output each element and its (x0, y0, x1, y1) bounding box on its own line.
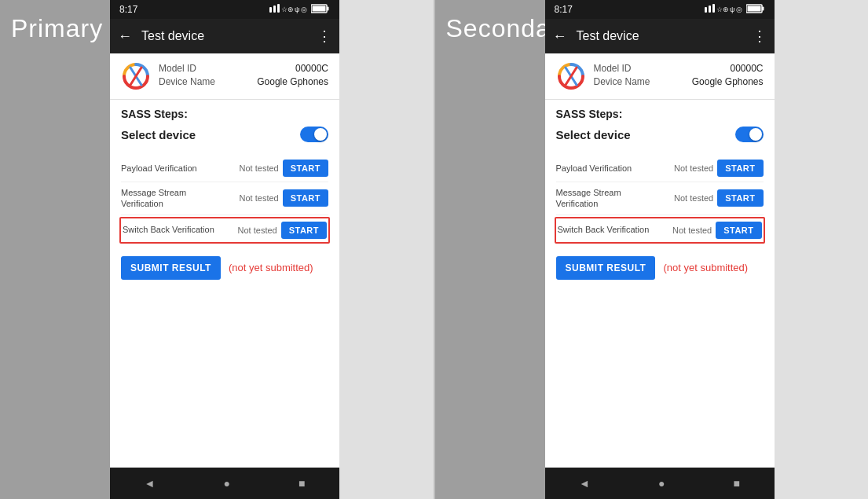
primary-device-logo (121, 61, 151, 91)
primary-select-device-row: Select device (121, 127, 328, 142)
secondary-screen-content: Model ID 00000C Device Name Google Gphon… (545, 53, 775, 468)
secondary-test-status-1: Not tested (670, 193, 717, 203)
secondary-select-device-label: Select device (556, 128, 631, 141)
primary-test-status-0: Not tested (236, 163, 283, 173)
primary-screen-content: Model ID 00000C Device Name Google Gphon… (110, 53, 339, 468)
secondary-back-button[interactable]: ← (553, 28, 567, 45)
secondary-start-btn-1[interactable]: START (717, 189, 763, 207)
primary-devicename-value: Google Gphones (257, 76, 328, 87)
primary-sass-title: SASS Steps: (121, 108, 328, 120)
secondary-phone: 8:17 ☆ ⊛ ψ ◎ (545, 0, 775, 499)
primary-toggle[interactable] (300, 127, 328, 142)
secondary-time: 8:17 (555, 4, 573, 15)
secondary-test-name-2: Switch Back Verification (558, 224, 669, 235)
secondary-test-row-1: Message StreamVerification Not tested ST… (556, 182, 764, 215)
svg-rect-2 (277, 4, 280, 13)
svg-text:◎: ◎ (301, 6, 307, 13)
primary-nav-back[interactable]: ◄ (145, 477, 156, 490)
secondary-start-btn-2[interactable]: START (716, 222, 761, 239)
svg-text:⊛: ⊛ (723, 6, 729, 13)
primary-nav-bar: ◄ ● ■ (110, 468, 339, 499)
primary-submit-status: (not yet submitted) (229, 262, 313, 273)
secondary-device-info: Model ID 00000C Device Name Google Gphon… (594, 63, 764, 90)
secondary-test-name-0: Payload Verification (556, 163, 671, 174)
primary-model-label: Model ID (159, 63, 196, 74)
primary-phone: 8:17 ☆ ⊛ ψ ◎ (110, 0, 339, 499)
primary-start-btn-2[interactable]: START (281, 222, 327, 239)
svg-rect-1 (273, 6, 276, 13)
primary-device-info: Model ID 00000C Device Name Google Gphon… (159, 63, 328, 90)
primary-select-device-label: Select device (121, 128, 196, 141)
primary-status-bar: 8:17 ☆ ⊛ ψ ◎ (110, 0, 339, 19)
secondary-model-label: Model ID (594, 63, 632, 74)
secondary-status-icons: ☆ ⊛ ψ ◎ (704, 3, 765, 16)
primary-submit-button[interactable]: SUBMIT RESULT (121, 256, 221, 280)
primary-menu-button[interactable]: ⋮ (317, 28, 331, 45)
primary-model-value: 00000C (295, 63, 328, 74)
primary-start-btn-1[interactable]: START (283, 189, 328, 207)
signal-icons: ☆ ⊛ ψ ◎ (269, 3, 308, 16)
svg-rect-8 (327, 7, 329, 11)
secondary-test-rows: Payload Verification Not tested START Me… (545, 155, 775, 245)
primary-test-row-2: Switch Back Verification Not tested STAR… (119, 217, 330, 244)
secondary-model-row: Model ID 00000C (594, 63, 764, 74)
secondary-submit-status: (not yet submitted) (663, 262, 748, 273)
secondary-menu-button[interactable]: ⋮ (753, 28, 767, 45)
secondary-status-bar: 8:17 ☆ ⊛ ψ ◎ (545, 0, 775, 19)
secondary-nav-bar: ◄ ● ■ (545, 468, 775, 499)
secondary-model-value: 00000C (730, 63, 763, 74)
secondary-nav-home[interactable]: ● (658, 477, 665, 490)
secondary-nav-recent[interactable]: ■ (733, 477, 739, 490)
primary-model-row: Model ID 00000C (159, 63, 328, 74)
secondary-devicename-value: Google Gphones (692, 76, 764, 87)
secondary-nav-back[interactable]: ◄ (579, 477, 590, 490)
secondary-toggle[interactable] (735, 127, 764, 142)
svg-text:☆: ☆ (281, 6, 288, 13)
secondary-screen-title: Test device (577, 29, 753, 43)
battery-icon (311, 4, 330, 15)
primary-test-status-1: Not tested (236, 193, 283, 203)
primary-toggle-knob (314, 128, 327, 141)
primary-start-btn-0[interactable]: START (283, 160, 328, 177)
primary-devicename-label: Device Name (159, 76, 215, 87)
secondary-top-bar: ← Test device ⋮ (545, 19, 775, 53)
secondary-battery-icon (746, 4, 765, 15)
primary-device-card: Model ID 00000C Device Name Google Gphon… (110, 53, 339, 100)
secondary-device-card: Model ID 00000C Device Name Google Gphon… (545, 53, 775, 100)
primary-submit-area: SUBMIT RESULT (not yet submitted) (110, 245, 339, 291)
svg-text:◎: ◎ (736, 6, 742, 13)
primary-screen-title: Test device (141, 29, 317, 43)
secondary-start-btn-0[interactable]: START (717, 160, 763, 177)
primary-test-rows: Payload Verification Not tested START Me… (110, 155, 339, 245)
primary-status-icons: ☆ ⊛ ψ ◎ (269, 3, 330, 16)
svg-text:⊛: ⊛ (288, 6, 294, 13)
primary-test-row-0: Payload Verification Not tested START (121, 155, 328, 182)
primary-nav-recent[interactable]: ■ (298, 477, 305, 490)
secondary-devicename-row: Device Name Google Gphones (594, 76, 764, 87)
svg-text:☆: ☆ (716, 6, 723, 13)
secondary-panel: Secondary 8:17 ☆ ⊛ ψ ◎ (435, 0, 869, 499)
svg-text:ψ: ψ (295, 6, 299, 13)
secondary-device-logo (556, 61, 586, 91)
primary-test-status-2: Not tested (234, 226, 281, 235)
secondary-test-row-2: Switch Back Verification Not tested STAR… (555, 217, 765, 244)
svg-rect-12 (705, 7, 707, 13)
secondary-select-device-row: Select device (556, 127, 764, 142)
primary-top-bar: ← Test device ⋮ (110, 19, 339, 53)
primary-sass-section: SASS Steps: Select device (110, 100, 339, 155)
primary-back-button[interactable]: ← (118, 28, 132, 45)
secondary-label: Secondary (435, 0, 545, 499)
primary-test-name-1: Message StreamVerification (121, 187, 236, 210)
svg-rect-14 (712, 4, 715, 13)
secondary-test-row-0: Payload Verification Not tested START (556, 155, 764, 182)
svg-rect-9 (313, 6, 326, 12)
svg-rect-20 (762, 7, 764, 11)
secondary-submit-button[interactable]: SUBMIT RESULT (556, 256, 656, 280)
svg-rect-13 (709, 6, 711, 13)
primary-nav-home[interactable]: ● (223, 477, 229, 490)
svg-text:ψ: ψ (730, 6, 734, 13)
primary-time: 8:17 (119, 4, 137, 15)
primary-test-row-1: Message StreamVerification Not tested ST… (121, 182, 328, 215)
secondary-test-status-2: Not tested (668, 226, 716, 235)
secondary-signal-icons: ☆ ⊛ ψ ◎ (704, 3, 743, 16)
